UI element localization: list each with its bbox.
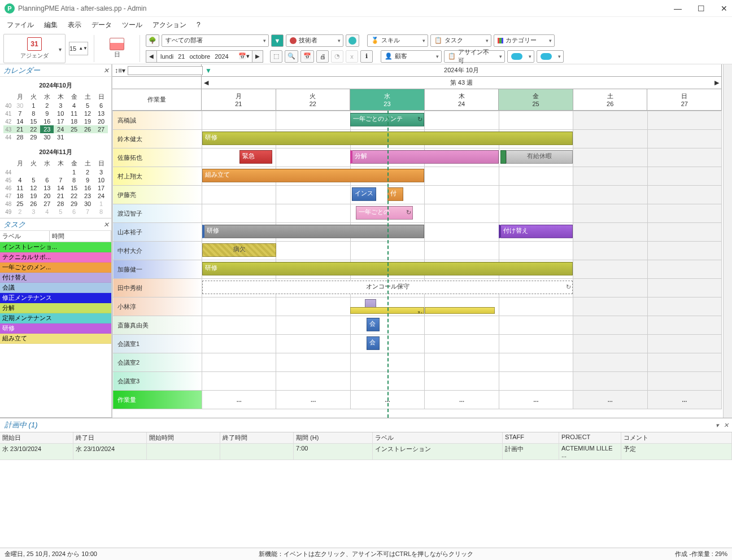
gantt-cell[interactable] bbox=[425, 242, 499, 260]
workload-cell[interactable]: ... bbox=[425, 391, 499, 409]
date-prev[interactable]: ◀ bbox=[146, 50, 157, 63]
gantt-cell[interactable] bbox=[425, 223, 499, 242]
day-header[interactable]: 火22 bbox=[276, 89, 351, 110]
gantt-cell[interactable] bbox=[647, 316, 721, 335]
col-staff[interactable]: STAFF bbox=[503, 432, 559, 444]
gantt-cell[interactable] bbox=[573, 316, 647, 335]
resource-cell[interactable]: 山本裕子 bbox=[113, 223, 202, 242]
col-start[interactable]: 開始日 bbox=[0, 432, 73, 444]
gantt-cell[interactable] bbox=[647, 130, 721, 148]
excel-icon[interactable]: x bbox=[346, 50, 358, 63]
gantt-cell[interactable] bbox=[647, 353, 721, 372]
gantt-bar[interactable]: オンコール保守↻ bbox=[202, 281, 573, 294]
skill-select[interactable]: 🏅スキル bbox=[367, 34, 428, 47]
gantt-cell[interactable] bbox=[573, 298, 647, 316]
gantt-bar[interactable]: 付け替え bbox=[499, 225, 573, 238]
col-project[interactable]: PROJECT bbox=[559, 432, 621, 444]
gantt-cell[interactable] bbox=[573, 186, 647, 204]
week-next[interactable]: ▶ bbox=[714, 79, 719, 86]
gantt-bar[interactable]: 一年ごとのメンテ↻ bbox=[350, 113, 424, 126]
gantt-scrollbar[interactable] bbox=[723, 64, 732, 418]
task-item[interactable]: 一年ごとのメン... bbox=[0, 262, 111, 273]
gantt-cell[interactable] bbox=[573, 130, 647, 148]
col-endtime[interactable]: 終了時間 bbox=[220, 432, 294, 444]
gantt-cell[interactable] bbox=[425, 167, 499, 186]
gantt-cell[interactable] bbox=[276, 353, 350, 372]
minimize-button[interactable]: — bbox=[674, 4, 682, 13]
marquee-icon[interactable]: ⬚ bbox=[270, 50, 282, 63]
gantt-cell[interactable] bbox=[202, 353, 276, 372]
print-icon[interactable]: 🖨 bbox=[316, 50, 329, 63]
gantt-cell[interactable] bbox=[647, 167, 721, 186]
resource-cell[interactable]: 中村大介 bbox=[113, 242, 202, 260]
gantt-cell[interactable] bbox=[499, 204, 573, 223]
gantt-cell[interactable] bbox=[425, 353, 499, 372]
gantt-cell[interactable] bbox=[276, 316, 350, 335]
workload-cell[interactable]: ... bbox=[499, 391, 573, 409]
gantt-cell[interactable] bbox=[573, 223, 647, 242]
dept-select[interactable]: すべての部署 bbox=[162, 34, 269, 47]
gantt-cell[interactable] bbox=[647, 298, 721, 316]
resource-cell[interactable]: 佐藤拓也 bbox=[113, 148, 202, 167]
resource-cell[interactable]: 伊藤亮 bbox=[113, 186, 202, 204]
gantt-bar[interactable] bbox=[500, 150, 506, 164]
gantt-cell[interactable] bbox=[573, 242, 647, 260]
category-select[interactable]: カテゴリー bbox=[494, 34, 555, 47]
task-item[interactable]: 分解 bbox=[0, 303, 111, 313]
gantt-cell[interactable] bbox=[350, 316, 424, 335]
client-select[interactable]: 👤顧客 bbox=[381, 50, 442, 63]
chart-icon[interactable]: ◔ bbox=[331, 50, 343, 63]
workload-cell[interactable]: ... bbox=[202, 391, 276, 409]
task-item[interactable]: インストレーショ... bbox=[0, 242, 111, 252]
resource-cell[interactable]: 鈴木健太 bbox=[113, 130, 202, 148]
menu-file[interactable]: ファイル bbox=[7, 20, 34, 30]
gantt-cell[interactable] bbox=[425, 335, 499, 353]
workload-cell[interactable]: ... bbox=[276, 391, 350, 409]
gantt-cell[interactable] bbox=[499, 335, 573, 353]
gantt-bar[interactable]: 研修 bbox=[202, 225, 424, 238]
info-icon[interactable]: ℹ bbox=[360, 50, 373, 63]
agenda-button[interactable]: 31 アジェンダ ▾ bbox=[3, 34, 66, 63]
gantt-cell[interactable] bbox=[202, 316, 276, 335]
workload-cell[interactable]: ... bbox=[573, 391, 647, 409]
mini-calendar-nov[interactable]: 2024年11月月火水木金土日4412345456789104611121314… bbox=[0, 143, 111, 218]
gantt-cell[interactable] bbox=[202, 335, 276, 353]
task-item[interactable]: テクニカルサポ... bbox=[0, 252, 111, 262]
gantt-bar[interactable]: 研修 bbox=[202, 132, 573, 145]
gantt-cell[interactable] bbox=[202, 186, 276, 204]
menu-tools[interactable]: ツール bbox=[122, 20, 142, 30]
gantt-cell[interactable] bbox=[202, 204, 276, 223]
gantt-cell[interactable] bbox=[499, 316, 573, 335]
gantt-cell[interactable] bbox=[350, 242, 424, 260]
gantt-cell[interactable] bbox=[276, 242, 350, 260]
gantt-cell[interactable] bbox=[573, 167, 647, 186]
globe-icon[interactable] bbox=[346, 34, 359, 47]
resource-cell[interactable]: 田中秀樹 bbox=[113, 279, 202, 298]
day-header[interactable]: 日27 bbox=[647, 89, 722, 110]
gantt-cell[interactable] bbox=[276, 111, 350, 130]
gantt-cell[interactable] bbox=[499, 167, 573, 186]
close-icon[interactable]: ✕ bbox=[103, 67, 109, 75]
task-col-time[interactable]: 時間 bbox=[50, 231, 111, 242]
gantt-cell[interactable] bbox=[276, 186, 350, 204]
day-header[interactable]: 土26 bbox=[573, 89, 648, 110]
gantt-cell[interactable] bbox=[350, 372, 424, 391]
resource-cell[interactable]: 渡辺智子 bbox=[113, 204, 202, 223]
date-next[interactable]: ▶ bbox=[252, 50, 263, 63]
calendar-picker-icon[interactable]: 📅▾ bbox=[238, 53, 250, 60]
gantt-bar[interactable]: 会 bbox=[367, 318, 380, 331]
day-header[interactable]: 水23 bbox=[350, 89, 425, 110]
day-header[interactable]: 金25 bbox=[499, 89, 573, 110]
resource-cell[interactable]: 斎藤真由美 bbox=[113, 316, 202, 335]
task-item[interactable]: 付け替え bbox=[0, 273, 111, 283]
gantt-cell[interactable] bbox=[573, 148, 647, 167]
gantt-cell[interactable] bbox=[647, 148, 721, 167]
resource-cell[interactable]: 高橋誠 bbox=[113, 111, 202, 130]
gantt-cell[interactable] bbox=[202, 111, 276, 130]
resource-cell[interactable]: 会議室1 bbox=[113, 335, 202, 353]
gantt-cell[interactable] bbox=[276, 204, 350, 223]
gantt-cell[interactable] bbox=[573, 204, 647, 223]
gantt-cell[interactable] bbox=[573, 260, 647, 279]
col-label[interactable]: ラベル bbox=[373, 432, 503, 444]
resource-filter-input[interactable] bbox=[128, 66, 203, 75]
